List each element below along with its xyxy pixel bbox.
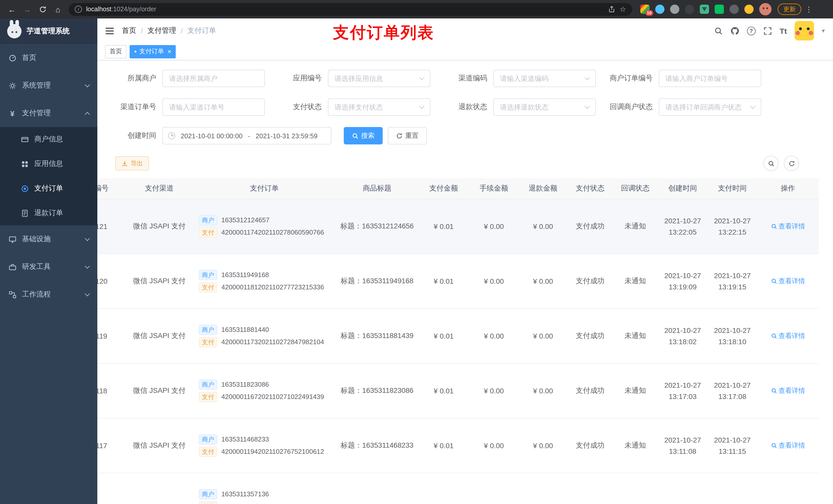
font-size-icon[interactable]: Tt	[780, 26, 787, 35]
refresh-button[interactable]	[784, 156, 799, 171]
cell-pay-time: 2021-10-2713:19:15	[708, 254, 757, 308]
merchant-order-no-input[interactable]	[659, 70, 761, 87]
reset-button[interactable]: 重置	[388, 127, 427, 144]
create-time-end-input[interactable]	[253, 132, 320, 140]
create-time-start-input[interactable]	[178, 132, 245, 140]
browser-forward-icon[interactable]: →	[21, 3, 34, 16]
sidebar-item-payment[interactable]: ¥ 支付管理	[0, 99, 97, 127]
cell-create-time: 2021-10-2713:18:02	[658, 308, 708, 363]
table-header-row: 编号 支付渠道 支付订单 商品标题 支付金额 手续金额 退款金额 支付状态 回调…	[97, 178, 819, 199]
help-icon[interactable]: ?	[747, 26, 756, 35]
cell-id: 120	[97, 254, 126, 308]
browser-chrome: ← → ⌂ i localhost:1024/pay/order ☆ 10	[0, 0, 833, 19]
url-bar[interactable]: i localhost:1024/pay/order ☆	[69, 3, 632, 16]
cell-status: 支付成功	[568, 199, 613, 254]
cell-amount	[418, 473, 469, 504]
github-icon[interactable]	[731, 26, 739, 35]
sidebar-item-merchant-info[interactable]: 商户信息	[0, 127, 97, 152]
chevron-down-icon	[85, 264, 90, 269]
extension-puzzle-icon[interactable]	[730, 5, 739, 14]
extension-green-icon[interactable]	[715, 5, 724, 14]
fullscreen-icon[interactable]	[763, 26, 772, 35]
breadcrumb-payment[interactable]: 支付管理	[147, 26, 176, 35]
sidebar-item-dev-tools[interactable]: 研发工具	[0, 253, 97, 281]
browser-reload-icon[interactable]	[36, 3, 49, 16]
merchant-input[interactable]	[162, 70, 265, 87]
pay-tag: 支付	[199, 227, 217, 237]
sidebar-item-refund-order[interactable]: 退款订单	[0, 201, 97, 225]
tab-pay-order[interactable]: ● 支付订单 ×	[129, 45, 176, 58]
vue-devtools-icon[interactable]	[700, 5, 709, 14]
browser-menu-icon[interactable]: ⋮	[805, 5, 812, 13]
user-avatar[interactable]	[794, 21, 814, 41]
sidebar-item-workflow[interactable]: 工作流程	[0, 281, 97, 308]
app-logo[interactable]: 芋道管理系统	[0, 19, 97, 44]
sidebar-item-app-info[interactable]: 应用信息	[0, 152, 97, 176]
app-no-label: 应用编号	[269, 74, 328, 83]
create-time-range-picker[interactable]: -	[162, 127, 331, 144]
export-button[interactable]: 导出	[115, 156, 149, 171]
toggle-search-button[interactable]	[763, 156, 779, 171]
logo-image	[7, 24, 22, 39]
cell-pay-time	[708, 473, 757, 504]
table-row: 119 微信 JSAPI 支付 商户1635311881440 支付420000…	[97, 308, 819, 363]
site-info-icon[interactable]: i	[75, 6, 82, 13]
card-icon	[21, 136, 29, 143]
cell-actions: 查看详情	[757, 418, 819, 473]
avatar-caret-icon[interactable]: ▾	[822, 27, 825, 34]
sidebar-item-infra[interactable]: 基础设施	[0, 225, 97, 253]
table-row: 121 微信 JSAPI 支付 商户1635312124657 支付420000…	[97, 199, 819, 254]
app-no-select[interactable]	[328, 70, 430, 87]
extension-gray-icon[interactable]	[670, 5, 679, 14]
search-icon[interactable]	[714, 26, 723, 35]
sidebar-item-home[interactable]: 首页	[0, 44, 97, 72]
browser-update-button[interactable]: 更新	[778, 4, 801, 15]
browser-profile-avatar[interactable]	[759, 3, 771, 15]
breadcrumb-home[interactable]: 首页	[122, 26, 136, 35]
view-detail-link[interactable]: 查看详情	[771, 276, 805, 286]
cell-refund: ¥ 0.00	[519, 254, 568, 308]
channel-code-select[interactable]	[493, 70, 596, 87]
cell-channel: 微信 JSAPI 支付	[126, 308, 193, 363]
channel-order-no-input[interactable]	[162, 98, 265, 116]
callback-status-select[interactable]	[659, 98, 761, 116]
cell-title: 标题：1635311881439	[336, 308, 418, 363]
view-detail-link[interactable]: 查看详情	[771, 221, 805, 231]
chevron-down-icon	[85, 291, 90, 296]
view-detail-link[interactable]: 查看详情	[771, 441, 805, 450]
tab-home[interactable]: 首页	[105, 45, 126, 58]
cell-id	[97, 473, 126, 504]
cell-pay-order: 商户1635311823086 支付4200001167202110271022…	[193, 363, 336, 418]
sidebar-item-pay-order[interactable]: 支付订单	[0, 176, 97, 201]
cell-fee: ¥ 0.00	[469, 199, 519, 254]
cell-status: 支付成功	[568, 418, 613, 473]
extension-grid-icon[interactable]: 10	[640, 5, 649, 14]
cell-pay-order: 商户1635311468233 支付4200001194202110276752…	[193, 418, 336, 473]
refund-status-select[interactable]	[493, 98, 596, 116]
bookmark-star-icon[interactable]: ☆	[620, 5, 626, 13]
extension-face-icon[interactable]	[744, 5, 754, 14]
sidebar-item-system[interactable]: 系统管理	[0, 72, 97, 99]
col-fee: 手续金额	[469, 178, 519, 199]
pay-status-select[interactable]	[328, 98, 430, 116]
hamburger-icon[interactable]	[105, 27, 115, 34]
table-row: 118 微信 JSAPI 支付 商户1635311823086 支付420000…	[97, 363, 819, 418]
search-button[interactable]: 搜索	[344, 127, 383, 144]
pay-tag: 支付	[199, 337, 217, 347]
extension-drop-icon[interactable]	[655, 5, 664, 14]
cell-title	[336, 473, 418, 504]
browser-home-icon[interactable]: ⌂	[51, 3, 65, 16]
view-detail-link[interactable]: 查看详情	[771, 331, 805, 340]
merchant-tag: 商户	[199, 270, 217, 280]
cell-fee: ¥ 0.00	[469, 254, 519, 308]
view-detail-link[interactable]: 查看详情	[771, 386, 805, 395]
merchant-label: 所属商户	[103, 74, 162, 83]
extension-dark-icon[interactable]	[685, 5, 694, 14]
share-icon[interactable]	[609, 6, 616, 13]
browser-back-icon[interactable]: ←	[5, 3, 19, 16]
col-pay-time: 支付时间	[708, 178, 757, 199]
cell-fee: ¥ 0.00	[469, 308, 519, 363]
pay-status-label: 支付状态	[269, 102, 328, 112]
tab-close-icon[interactable]: ×	[168, 48, 171, 55]
pay-tag: 支付	[199, 282, 217, 292]
